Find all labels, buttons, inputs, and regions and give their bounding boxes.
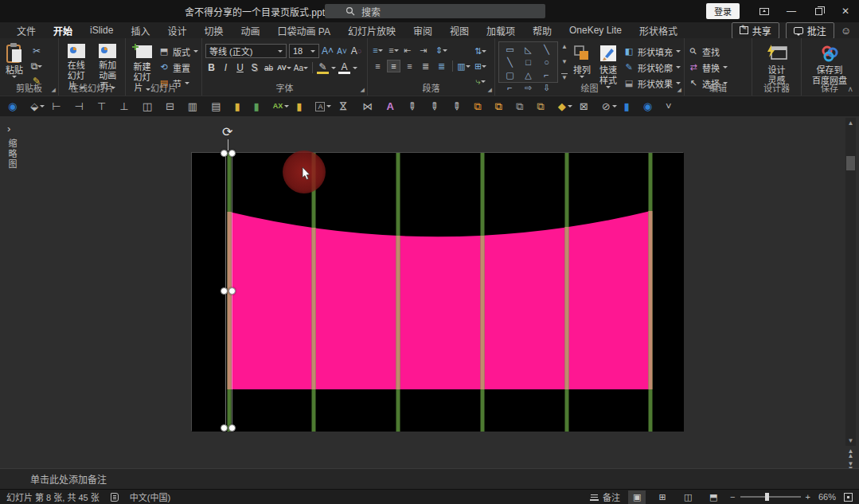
zoom-level[interactable]: 66% bbox=[818, 492, 836, 502]
zoom-in-button[interactable]: + bbox=[806, 492, 810, 502]
ribbon-display-options-button[interactable] bbox=[751, 0, 778, 22]
distribute-button[interactable]: ≣ bbox=[435, 60, 448, 72]
scroll-up-icon[interactable]: ▲ bbox=[845, 118, 856, 128]
bring-forward-icon[interactable]: ⧉ bbox=[471, 99, 491, 115]
strikethrough-button[interactable]: ab bbox=[263, 61, 275, 74]
ribbon-tab[interactable]: 切换 bbox=[195, 22, 232, 39]
font-color-button[interactable]: A bbox=[338, 61, 350, 74]
reset-button[interactable]: ⟲ 重置 bbox=[158, 61, 198, 74]
eyedropper-icon[interactable]: ✎ bbox=[404, 99, 426, 115]
slide-canvas[interactable] bbox=[191, 152, 683, 431]
replace-button[interactable]: ⇄ 替换 bbox=[688, 61, 728, 74]
document-title[interactable]: 舍不得分享的一个目录页版式.pptx bbox=[185, 0, 339, 22]
paste-dropdown-icon[interactable] bbox=[12, 76, 17, 78]
font-dialog-launcher[interactable]: ◢ bbox=[361, 87, 365, 93]
notes-pane[interactable]: 单击此处添加备注 bbox=[0, 468, 859, 489]
ribbon-tab[interactable]: 帮助 bbox=[524, 22, 560, 39]
text-box-icon[interactable]: A bbox=[312, 99, 334, 115]
login-button[interactable]: 登录 bbox=[706, 3, 740, 19]
zoom-track[interactable] bbox=[740, 496, 801, 498]
previous-slide-button[interactable]: ▲▲ bbox=[848, 449, 854, 459]
align-text-button[interactable]: ⊞ bbox=[474, 60, 487, 72]
shape-item[interactable]: □ bbox=[519, 56, 537, 68]
maximize-button[interactable] bbox=[805, 0, 832, 22]
shape-fill-bucket-icon[interactable]: ◆ bbox=[555, 99, 576, 115]
clear-format-icon[interactable]: A bbox=[383, 99, 403, 115]
flip-vertical-icon[interactable]: ⋈ bbox=[335, 99, 358, 115]
vertical-scrollbar[interactable]: ▲ ▼ bbox=[845, 118, 856, 446]
scroll-down-icon[interactable]: ▼ bbox=[845, 436, 856, 446]
bold-button[interactable]: B bbox=[205, 61, 217, 74]
align-objects-bottom-icon[interactable]: ⊥ bbox=[116, 99, 138, 115]
no-outline-icon[interactable]: ⊘ bbox=[599, 99, 620, 115]
bullets-button[interactable]: ≡ bbox=[371, 44, 385, 57]
fit-slide-to-window-button[interactable] bbox=[844, 493, 853, 502]
selection-handle-bottom-left[interactable] bbox=[221, 424, 228, 432]
align-objects-top-icon[interactable]: ⊤ bbox=[94, 99, 115, 115]
align-objects-right-icon[interactable]: ⊣ bbox=[72, 99, 93, 115]
ribbon-tab[interactable]: 插入 bbox=[122, 22, 158, 39]
crop-icon[interactable]: ⊠ bbox=[576, 99, 598, 115]
selection-handle-top-left[interactable] bbox=[221, 150, 228, 157]
ribbon-tab[interactable]: 形状格式 bbox=[631, 22, 686, 39]
distribute-vertical-icon[interactable]: ▤ bbox=[208, 99, 230, 115]
search-input[interactable]: 搜索 bbox=[325, 4, 545, 18]
shape-item[interactable]: ○ bbox=[537, 56, 556, 68]
bar-yellow-icon[interactable]: ▮ bbox=[231, 99, 249, 115]
highlight-color-button[interactable]: ✎ bbox=[317, 61, 329, 74]
shape-gallery[interactable]: ▭◺╲╲□○▢△⌐⌐⇨⇩◳↻⌒∿{} bbox=[498, 41, 558, 83]
cut-button[interactable]: ✂ bbox=[29, 45, 45, 57]
character-spacing-button[interactable]: AV bbox=[277, 61, 291, 74]
shape-item[interactable]: ▢ bbox=[501, 68, 519, 81]
line-spacing-button[interactable]: ⇕ bbox=[435, 44, 448, 57]
record-circle-icon[interactable]: ◉ bbox=[5, 99, 26, 115]
close-button[interactable]: ✕ bbox=[832, 0, 859, 22]
shape-gallery-scroll[interactable]: ▲ ▼ ▼ bbox=[561, 41, 568, 83]
expand-thumbnails-icon[interactable]: › bbox=[7, 123, 10, 135]
italic-button[interactable]: I bbox=[220, 61, 232, 74]
ring-blue-icon[interactable]: ◉ bbox=[640, 99, 662, 115]
zoom-out-button[interactable]: − bbox=[730, 492, 735, 502]
shape-outline-button[interactable]: ✎ 形状轮廓 bbox=[623, 61, 681, 74]
font-size-select[interactable]: 18 bbox=[289, 44, 319, 58]
reading-view-button[interactable]: ◫ bbox=[679, 490, 697, 504]
outdent-button[interactable]: ⇤ bbox=[403, 44, 416, 57]
slideshow-button[interactable]: ⬒ bbox=[705, 490, 722, 504]
drawing-dialog-launcher[interactable]: ◢ bbox=[677, 87, 681, 93]
shape-item[interactable]: ╲ bbox=[537, 43, 556, 56]
rotation-handle[interactable]: ⟳ bbox=[222, 126, 232, 139]
language-indicator[interactable]: 中文(中国) bbox=[130, 490, 170, 503]
ribbon-tab[interactable]: 文件 bbox=[8, 22, 45, 39]
shape-item[interactable]: ◺ bbox=[519, 43, 537, 56]
bar-blue-icon[interactable]: ▮ bbox=[621, 99, 639, 115]
group-objects-icon[interactable]: ⧉ bbox=[533, 99, 553, 115]
find-button[interactable]: ⚲ 查找 bbox=[688, 45, 728, 58]
justify-button[interactable]: ≣ bbox=[419, 60, 432, 72]
send-backward-icon[interactable]: ⧉ bbox=[513, 99, 533, 115]
next-slide-button[interactable]: ▼▼ bbox=[848, 462, 854, 468]
share-button[interactable]: 共享 bbox=[732, 22, 779, 39]
zoom-thumb[interactable] bbox=[765, 493, 769, 501]
selection-handle-top-right[interactable] bbox=[228, 150, 236, 157]
feedback-smiley-icon[interactable]: ☺ bbox=[841, 25, 851, 37]
selection-handle-middle-right[interactable] bbox=[228, 287, 236, 295]
clear-formatting-button[interactable]: A◌ bbox=[350, 45, 362, 57]
ribbon-tab[interactable]: 动画 bbox=[232, 22, 268, 39]
grow-font-button[interactable]: A˄ bbox=[322, 45, 334, 57]
paragraph-dialog-launcher[interactable]: ◢ bbox=[488, 87, 492, 93]
thumbnails-panel-collapsed[interactable]: › 缩略图 bbox=[0, 116, 22, 468]
change-case-button[interactable]: Aa bbox=[294, 61, 308, 74]
align-middle-vertical-icon[interactable]: ⊟ bbox=[162, 99, 184, 115]
shape-fill-button[interactable]: ◧ 形状填充 bbox=[623, 45, 681, 58]
font-color-dropdown-icon[interactable] bbox=[353, 67, 357, 69]
selection-handle-middle-left[interactable] bbox=[221, 287, 228, 295]
more-commands-icon[interactable]: ˅ bbox=[662, 99, 681, 115]
text-shadow-button[interactable]: S bbox=[248, 61, 260, 74]
indent-button[interactable]: ⇥ bbox=[419, 44, 432, 57]
shape-item[interactable]: ╲ bbox=[501, 56, 519, 68]
underline-button[interactable]: U bbox=[234, 61, 246, 74]
distribute-horizontal-icon[interactable]: ▥ bbox=[185, 99, 207, 115]
eyedropper3-icon[interactable]: ✎ bbox=[449, 99, 470, 115]
merge-shapes-icon[interactable]: ⬙ bbox=[27, 99, 48, 115]
flip-horizontal-icon[interactable]: ⋈ bbox=[359, 99, 382, 115]
